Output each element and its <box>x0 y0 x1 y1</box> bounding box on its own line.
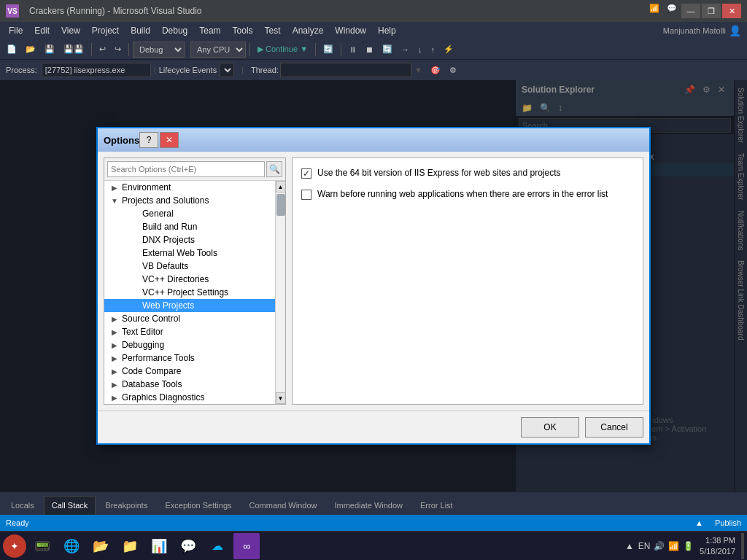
debug-icon-2[interactable]: ⚙ <box>446 62 460 78</box>
close-button[interactable]: ✕ <box>722 4 741 18</box>
tree-item-debugging[interactable]: ▶ Debugging <box>104 338 275 351</box>
tree-item-graphics-diag[interactable]: ▶ Graphics Diagnostics <box>104 391 275 404</box>
breakpoint-btn[interactable]: ⚡ <box>440 42 457 58</box>
speaker-icon[interactable]: 🔊 <box>653 540 665 552</box>
taskbar-terminal-icon[interactable]: 📟 <box>29 533 55 559</box>
continue-btn[interactable]: ▶ Continue ▼ <box>254 42 311 58</box>
cc-label: Code Compare <box>122 366 181 376</box>
ok-button[interactable]: OK <box>521 417 579 438</box>
taskbar-browser-icon[interactable]: 🌐 <box>58 533 85 559</box>
user-avatar: 👤 <box>729 25 741 36</box>
taskbar-excel-icon[interactable]: 📊 <box>146 533 172 559</box>
search-options-input[interactable] <box>107 161 265 177</box>
tree-item-vb-defaults[interactable]: ▶ VB Defaults <box>104 260 275 273</box>
step-into-btn[interactable]: ↓ <box>414 42 426 58</box>
folder-icon-symbol: 📂 <box>93 538 109 554</box>
menu-edit[interactable]: Edit <box>28 24 55 37</box>
platform-select[interactable]: Any CPU x64 x86 <box>190 42 246 58</box>
tree-item-database-tools[interactable]: ▶ Database Tools <box>104 378 275 391</box>
vs-icon-symbol: ∞ <box>243 540 250 552</box>
tree-item-build-run[interactable]: ▶ Build and Run <box>104 220 275 233</box>
cc-expand-icon: ▶ <box>110 368 119 376</box>
menu-window[interactable]: Window <box>329 24 372 37</box>
stop-btn[interactable]: ⏹ <box>362 42 377 58</box>
menu-test[interactable]: Test <box>259 24 287 37</box>
tab-call-stack[interactable]: Call Stack <box>44 496 96 515</box>
lifecycle-select[interactable]: ▼ <box>220 63 234 77</box>
step-over-btn[interactable]: → <box>398 42 413 58</box>
new-project-btn[interactable]: 📄 <box>3 42 20 58</box>
maximize-button[interactable]: ❒ <box>702 4 721 18</box>
menu-view[interactable]: View <box>55 24 86 37</box>
tab-command-window[interactable]: Command Window <box>241 496 325 515</box>
tree-item-general[interactable]: ▶ General <box>104 207 275 220</box>
search-options-btn[interactable]: 🔍 <box>266 161 282 177</box>
browser-icon-symbol: 🌐 <box>63 538 80 554</box>
menu-tools[interactable]: Tools <box>227 24 259 37</box>
network-taskbar-icon[interactable]: 📶 <box>667 540 679 552</box>
tree-item-dnx[interactable]: ▶ DNX Projects <box>104 233 275 246</box>
options-dialog: Options ? ✕ 🔍 <box>96 127 651 445</box>
tree-item-perf-tools[interactable]: ▶ Performance Tools <box>104 351 275 365</box>
cancel-button[interactable]: Cancel <box>585 417 643 438</box>
dialog-close-btn[interactable]: ✕ <box>160 132 179 148</box>
dialog-overlay: Options ? ✕ 🔍 <box>0 80 747 491</box>
menu-analyze[interactable]: Analyze <box>287 24 330 37</box>
menu-file[interactable]: File <box>3 24 28 37</box>
restart-btn[interactable]: 🔄 <box>379 42 396 58</box>
menu-build[interactable]: Build <box>125 24 156 37</box>
tree-item-vcp-directories[interactable]: ▶ VC++ Directories <box>104 273 275 286</box>
tree-item-environment[interactable]: ▶ Environment <box>104 181 275 194</box>
menu-project[interactable]: Project <box>86 24 125 37</box>
taskbar-files-icon[interactable]: 📁 <box>117 533 143 559</box>
tree-item-text-editor[interactable]: ▶ Text Editor <box>104 325 275 338</box>
pt-expand-icon: ▶ <box>110 354 119 362</box>
save-all-btn[interactable]: 💾💾 <box>60 42 88 58</box>
undo-btn[interactable]: ↩ <box>96 42 109 58</box>
taskbar-chat-icon[interactable]: 💬 <box>175 533 201 559</box>
taskbar-skype-icon[interactable]: ☁ <box>204 533 231 559</box>
option-2-checkbox[interactable] <box>301 190 311 200</box>
tree-item-code-compare[interactable]: ▶ Code Compare <box>104 365 275 378</box>
tab-error-list[interactable]: Error List <box>412 496 461 515</box>
menu-help[interactable]: Help <box>372 24 402 37</box>
thread-dropdown-icon: ▼ <box>414 66 422 74</box>
option-1-checkbox[interactable]: ✓ <box>301 168 311 179</box>
pause-btn[interactable]: ⏸ <box>345 42 360 58</box>
taskbar-vs-icon[interactable]: ∞ <box>233 533 260 559</box>
tab-immediate-window[interactable]: Immediate Window <box>326 496 411 515</box>
save-btn[interactable]: 💾 <box>41 42 58 58</box>
dialog-title-bar: Options ? ✕ <box>98 128 649 152</box>
step-out-btn[interactable]: ↑ <box>427 42 439 58</box>
tree-item-vcp-settings[interactable]: ▶ VC++ Project Settings <box>104 286 275 299</box>
scroll-thumb[interactable] <box>276 194 285 216</box>
toolbar-sep-1 <box>91 43 92 56</box>
tab-exception-settings[interactable]: Exception Settings <box>157 496 239 515</box>
scroll-down-btn[interactable]: ▼ <box>276 392 286 404</box>
taskbar-clock[interactable]: 1:38 PM 5/18/2017 <box>700 535 735 556</box>
tree-item-projects-solutions[interactable]: ▼ Projects and Solutions <box>104 194 275 207</box>
tree-item-external-web[interactable]: ▶ External Web Tools <box>104 246 275 260</box>
show-hidden-icon[interactable]: ▲ <box>624 540 635 552</box>
refresh-btn[interactable]: 🔄 <box>320 42 337 58</box>
debug-mode-select[interactable]: Debug Release <box>133 42 185 58</box>
menu-debug[interactable]: Debug <box>156 24 193 37</box>
tab-breakpoints[interactable]: Breakpoints <box>97 496 155 515</box>
tree-scrollbar: ▲ ▼ <box>275 181 285 404</box>
minimize-button[interactable]: — <box>681 4 700 18</box>
process-input[interactable] <box>42 63 151 77</box>
dialog-help-btn[interactable]: ? <box>139 132 158 148</box>
open-btn[interactable]: 📂 <box>22 42 39 58</box>
show-desktop-btn[interactable] <box>741 533 744 559</box>
debug-icon-1[interactable]: 🎯 <box>427 62 444 78</box>
redo-btn[interactable]: ↪ <box>111 42 125 58</box>
taskbar-start-icon[interactable]: ✦ <box>3 534 26 558</box>
scroll-up-btn[interactable]: ▲ <box>276 181 286 192</box>
te-label: Text Editor <box>122 327 163 337</box>
tree-item-source-control[interactable]: ▶ Source Control <box>104 312 275 325</box>
thread-input[interactable] <box>280 63 411 77</box>
menu-team[interactable]: Team <box>193 24 226 37</box>
tree-item-web-projects[interactable]: ▶ Web Projects <box>104 299 275 312</box>
taskbar-folder-icon[interactable]: 📂 <box>88 533 114 559</box>
tab-locals[interactable]: Locals <box>3 496 42 515</box>
